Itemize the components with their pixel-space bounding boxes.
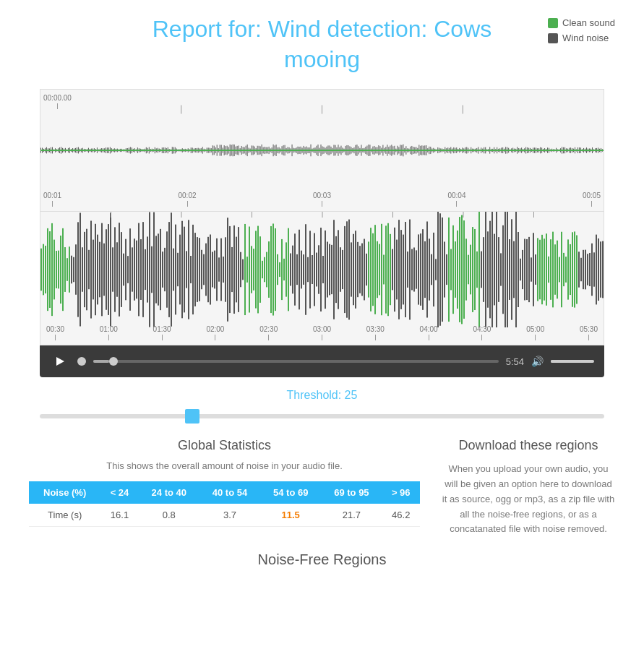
svg-rect-456 (175, 225, 176, 315)
svg-rect-484 (236, 237, 237, 303)
svg-rect-551 (381, 224, 382, 315)
svg-rect-610 (509, 239, 510, 300)
svg-rect-395 (43, 244, 44, 296)
svg-rect-556 (392, 249, 393, 291)
svg-rect-645 (585, 250, 586, 290)
svg-rect-582 (448, 218, 450, 322)
stats-subtitle: This shows the overall amount of noise i… (29, 460, 420, 471)
volume-fill (551, 360, 581, 363)
svg-rect-586 (457, 231, 458, 309)
download-text: When you upload your own audio, you will… (442, 462, 615, 537)
col-24-40: 24 to 40 (139, 481, 199, 504)
bottom-marker-3: 00:03 (313, 192, 331, 207)
svg-rect-594 (474, 229, 476, 310)
threshold-slider-container[interactable] (40, 409, 604, 424)
svg-rect-515 (303, 254, 304, 285)
svg-rect-483 (233, 225, 235, 314)
svg-rect-485 (238, 227, 239, 312)
svg-rect-452 (166, 231, 168, 307)
progress-start-dot (77, 357, 86, 366)
svg-rect-493 (255, 231, 257, 309)
svg-rect-576 (435, 259, 437, 280)
svg-rect-401 (56, 251, 57, 288)
svg-marker-661 (56, 357, 64, 366)
svg-rect-584 (452, 225, 454, 314)
volume-icon[interactable]: 🔊 (531, 356, 544, 367)
svg-rect-563 (407, 252, 408, 288)
svg-rect-572 (426, 222, 428, 318)
progress-thumb[interactable] (109, 357, 118, 366)
svg-rect-418 (93, 240, 94, 300)
progress-bar[interactable] (93, 360, 499, 363)
download-section: Download these regions When you upload y… (442, 438, 615, 537)
clean-sound-dot (548, 18, 558, 28)
val-5: 46.2 (382, 504, 420, 527)
svg-rect-503 (277, 254, 278, 285)
svg-rect-432 (123, 254, 124, 286)
waveform-overview[interactable]: 00:00.00 00:01 00:02 00:03 00:04 00:05 (40, 89, 604, 212)
svg-rect-405 (64, 247, 66, 292)
svg-rect-574 (431, 254, 432, 285)
svg-rect-545 (368, 242, 369, 298)
svg-rect-447 (155, 236, 157, 304)
svg-rect-411 (77, 223, 79, 317)
svg-rect-511 (294, 233, 296, 305)
threshold-thumb[interactable] (185, 409, 199, 424)
svg-rect-461 (186, 252, 187, 288)
svg-rect-399 (51, 223, 53, 316)
svg-rect-555 (390, 234, 391, 305)
svg-rect-436 (132, 248, 133, 292)
svg-rect-410 (75, 244, 77, 294)
svg-rect-430 (119, 223, 120, 317)
svg-rect-427 (112, 248, 113, 292)
svg-rect-637 (567, 240, 569, 300)
svg-rect-615 (520, 259, 521, 280)
svg-rect-396 (45, 246, 46, 293)
svg-rect-568 (418, 235, 419, 305)
play-button[interactable] (50, 351, 70, 371)
stats-table-body: Time (s) 16.1 0.8 3.7 11.5 21.7 46.2 (29, 504, 420, 527)
svg-rect-466 (197, 237, 198, 302)
svg-rect-630 (552, 232, 554, 308)
svg-rect-475 (216, 238, 218, 301)
svg-rect-496 (262, 261, 263, 278)
svg-rect-420 (97, 235, 98, 305)
svg-rect-636 (565, 257, 567, 283)
download-title: Download these regions (442, 438, 615, 453)
volume-slider[interactable] (551, 360, 594, 363)
svg-rect-601 (489, 221, 491, 319)
svg-rect-578 (439, 213, 441, 325)
wind-noise-dot (548, 33, 558, 43)
detail-marker-8: 04:30 (473, 325, 491, 340)
svg-rect-552 (383, 255, 385, 285)
svg-rect-460 (184, 227, 185, 313)
svg-rect-613 (515, 212, 517, 327)
svg-rect-400 (53, 240, 55, 300)
svg-rect-559 (398, 220, 400, 319)
threshold-track (40, 414, 604, 418)
waveform-detail[interactable]: 00:30 01:00 01:30 02:00 02:30 03:00 03:3… (40, 212, 604, 345)
audio-player[interactable]: 5:54 🔊 (40, 345, 604, 377)
svg-rect-454 (171, 212, 172, 326)
svg-rect-600 (487, 231, 489, 307)
svg-rect-627 (546, 233, 547, 306)
svg-rect-546 (370, 228, 372, 311)
svg-rect-414 (84, 232, 85, 307)
svg-rect-624 (539, 240, 541, 300)
svg-rect-595 (476, 252, 478, 288)
svg-rect-522 (318, 245, 319, 293)
svg-rect-451 (164, 248, 166, 291)
svg-rect-448 (158, 234, 159, 306)
svg-rect-573 (429, 238, 430, 300)
svg-rect-591 (468, 255, 469, 285)
svg-rect-612 (513, 241, 515, 298)
svg-rect-492 (253, 249, 254, 291)
svg-rect-646 (587, 254, 588, 285)
svg-rect-525 (325, 231, 326, 309)
svg-rect-404 (62, 228, 64, 311)
svg-rect-581 (446, 254, 447, 285)
detail-marker-7: 04:00 (420, 325, 438, 340)
svg-rect-589 (463, 220, 465, 319)
svg-rect-557 (394, 228, 395, 311)
svg-rect-465 (194, 233, 196, 306)
